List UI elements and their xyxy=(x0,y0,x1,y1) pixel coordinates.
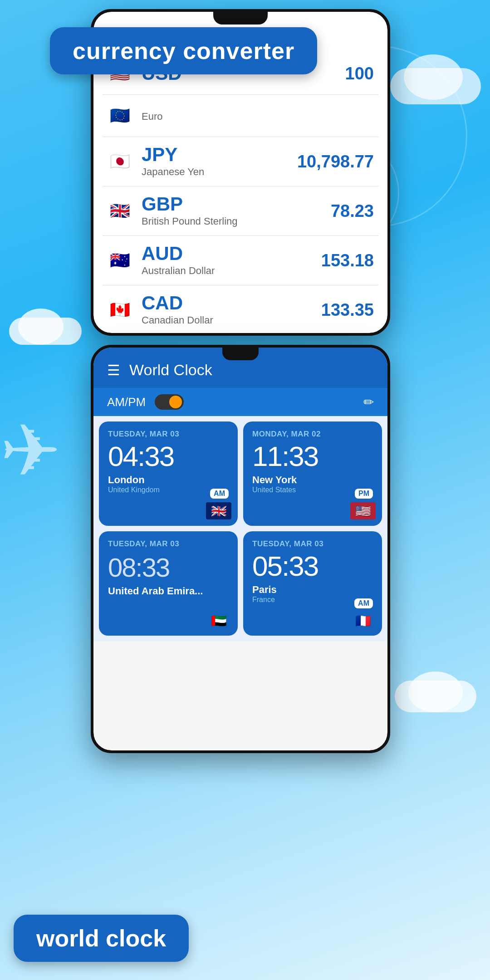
world-clock-screen: ☰ World Clock AM/PM ✏ TUESDAY, MAR 03 04… xyxy=(93,348,387,750)
flag-jpy: 🇯🇵 xyxy=(107,149,132,174)
clock-flag-paris xyxy=(350,612,376,629)
currency-code-gbp: GBP xyxy=(142,195,331,214)
currency-name-cad: Canadian Dollar xyxy=(142,314,321,326)
clock-flag-london xyxy=(206,502,231,519)
flag-cad: 🇨🇦 xyxy=(107,297,132,323)
phone-notch-top xyxy=(213,12,268,24)
clock-date-newyork: MONDAY, MAR 02 xyxy=(252,430,373,439)
clock-card-newyork[interactable]: MONDAY, MAR 02 11:33 PM New York United … xyxy=(243,421,382,526)
currency-name-gbp: British Pound Sterling xyxy=(142,216,331,227)
phone-world-clock: ☰ World Clock AM/PM ✏ TUESDAY, MAR 03 04… xyxy=(91,345,390,753)
currency-info-jpy: JPY Japanese Yen xyxy=(142,145,297,178)
currency-value-cad: 133.35 xyxy=(321,300,374,320)
currency-code-cad: CAD xyxy=(142,294,321,313)
us-flag-icon xyxy=(350,502,376,519)
uk-flag-icon xyxy=(206,502,231,519)
currency-value-jpy: 10,798.77 xyxy=(297,152,374,172)
currency-item-cad[interactable]: 🇨🇦 CAD Canadian Dollar 133.35 xyxy=(103,285,378,333)
currency-value-usd: 100 xyxy=(345,64,374,83)
toggle-dot xyxy=(169,396,182,408)
flag-aud: 🇦🇺 xyxy=(107,248,132,273)
world-clock-title: World Clock xyxy=(129,361,374,379)
currency-info-cad: CAD Canadian Dollar xyxy=(142,294,321,326)
currency-item-jpy[interactable]: 🇯🇵 JPY Japanese Yen 10,798.77 xyxy=(103,137,378,186)
clock-card-london[interactable]: TUESDAY, MAR 03 04:33 AM London United K… xyxy=(99,421,238,526)
clock-time-uae: 08:33 xyxy=(108,552,229,583)
clock-flag-uae xyxy=(206,612,231,629)
phone-notch-bottom xyxy=(222,348,259,360)
world-clock-toolbar: AM/PM ✏ xyxy=(93,388,387,416)
flag-gbp: 🇬🇧 xyxy=(107,198,132,224)
airplane-decoration: ✈ xyxy=(0,408,61,493)
clock-date-paris: TUESDAY, MAR 03 xyxy=(252,539,373,549)
clock-city-newyork: New York xyxy=(252,474,373,486)
clock-city-uae: United Arab Emira... xyxy=(108,585,229,597)
ampm-label: AM/PM xyxy=(107,395,146,409)
currency-code-aud: AUD xyxy=(142,244,321,263)
clock-time-newyork: 11:33 xyxy=(252,442,373,470)
edit-icon[interactable]: ✏ xyxy=(363,395,374,410)
clock-time-london: 04:33 xyxy=(108,442,229,470)
currency-item-aud[interactable]: 🇦🇺 AUD Australian Dollar 153.18 xyxy=(103,236,378,285)
clock-date-uae: TUESDAY, MAR 03 xyxy=(108,539,229,549)
ampm-toggle[interactable] xyxy=(155,394,184,410)
currency-info-gbp: GBP British Pound Sterling xyxy=(142,195,331,227)
currency-value-aud: 153.18 xyxy=(321,251,374,270)
currency-code-jpy: JPY xyxy=(142,145,297,164)
clock-date-london: TUESDAY, MAR 03 xyxy=(108,430,229,439)
clock-grid: TUESDAY, MAR 03 04:33 AM London United K… xyxy=(93,416,387,641)
currency-name-jpy: Japanese Yen xyxy=(142,166,297,178)
currency-item-eur[interactable]: 🇪🇺 Euro xyxy=(103,95,378,137)
currency-value-gbp: 78.23 xyxy=(331,201,374,221)
currency-info-aud: AUD Australian Dollar xyxy=(142,244,321,277)
fr-flag-icon xyxy=(350,612,376,629)
currency-name-eur: Euro xyxy=(142,111,374,122)
clock-card-paris[interactable]: TUESDAY, MAR 03 05:33 AM Paris France xyxy=(243,531,382,636)
clock-ampm-london: AM xyxy=(210,489,229,499)
clock-time-paris: 05:33 xyxy=(252,552,373,580)
currency-info-eur: Euro xyxy=(142,109,374,122)
flag-eur: 🇪🇺 xyxy=(107,103,132,128)
clock-card-uae[interactable]: TUESDAY, MAR 03 08:33 United Arab Emira.… xyxy=(99,531,238,636)
clock-city-london: London xyxy=(108,474,229,486)
currency-converter-label: currency converter xyxy=(50,27,317,74)
clock-city-paris: Paris xyxy=(252,584,373,596)
menu-icon[interactable]: ☰ xyxy=(107,362,120,379)
currency-list: 🇺🇸 USD 100 🇪🇺 Euro 🇯🇵 JPY Japanese Yen xyxy=(93,53,387,333)
currency-name-aud: Australian Dollar xyxy=(142,265,321,277)
clock-ampm-paris: AM xyxy=(354,598,373,608)
currency-item-gbp[interactable]: 🇬🇧 GBP British Pound Sterling 78.23 xyxy=(103,186,378,236)
clock-flag-newyork xyxy=(350,502,376,519)
world-clock-label: world clock xyxy=(14,915,189,962)
clock-ampm-newyork: PM xyxy=(355,489,373,499)
uae-flag-icon xyxy=(206,612,231,629)
